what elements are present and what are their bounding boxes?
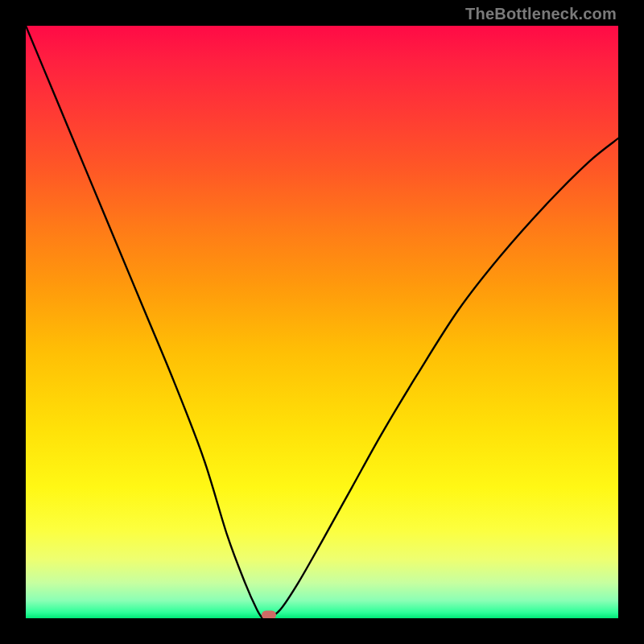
bottleneck-curve (26, 26, 618, 618)
optimal-marker-icon (262, 611, 276, 618)
plot-area (26, 26, 618, 618)
chart-frame: TheBottleneck.com (0, 0, 644, 644)
watermark-text: TheBottleneck.com (465, 5, 617, 23)
